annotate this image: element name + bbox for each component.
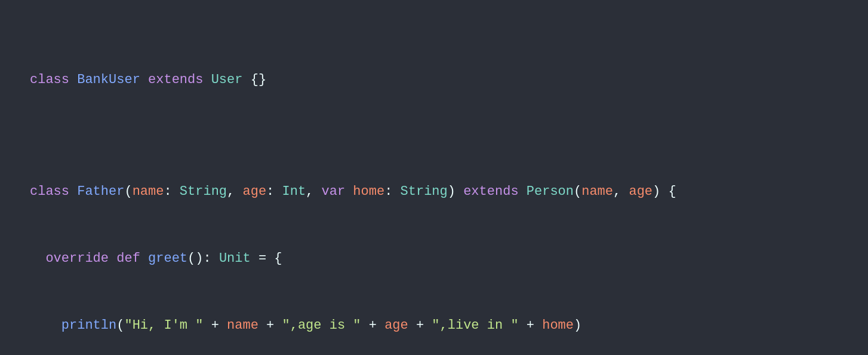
line-4: override def greet(): Unit = {: [30, 247, 838, 270]
code-block: class BankUser extends User {} class Fat…: [30, 24, 838, 355]
line-5: println("Hi, I'm " + name + ",age is " +…: [30, 314, 838, 336]
line-3: class Father(name: String, age: Int, var…: [30, 180, 838, 203]
line-1: class BankUser extends User {}: [30, 69, 838, 91]
code-container: class BankUser extends User {} class Fat…: [0, 0, 868, 355]
